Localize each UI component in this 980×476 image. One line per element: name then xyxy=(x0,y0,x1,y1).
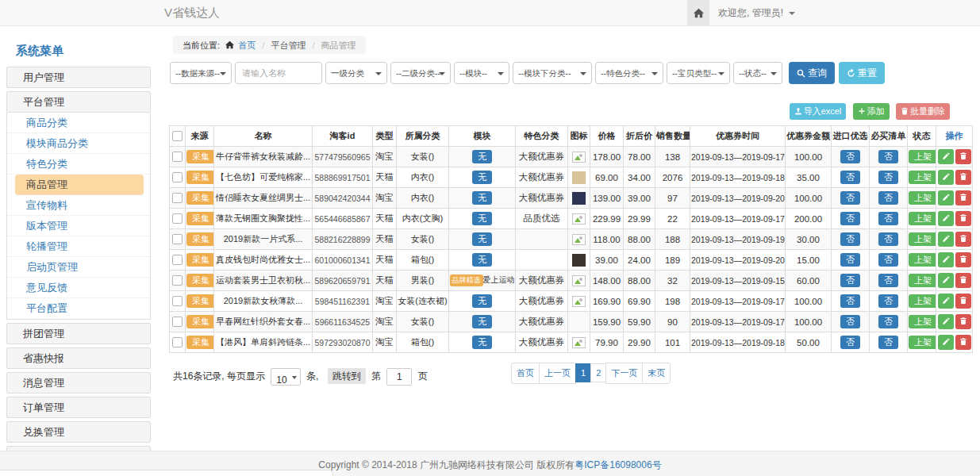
batch-delete-button[interactable]: 批量删除 xyxy=(896,103,950,120)
delete-button[interactable] xyxy=(955,314,971,329)
sidebar-subitem[interactable]: 版本管理 xyxy=(7,216,150,236)
must-buy-toggle[interactable]: 否 xyxy=(878,294,898,308)
platform-type: 天猫 xyxy=(373,209,397,229)
must-buy-toggle[interactable]: 否 xyxy=(878,191,898,205)
page-number-input[interactable] xyxy=(386,368,412,386)
imported-toggle[interactable]: 否 xyxy=(840,191,860,205)
delete-button[interactable] xyxy=(955,273,971,288)
row-checkbox[interactable] xyxy=(172,275,183,286)
page-button-末页[interactable]: 末页 xyxy=(642,363,671,384)
reset-button[interactable]: 重置 xyxy=(839,62,885,84)
status-select[interactable]: --状态-- xyxy=(733,62,782,84)
delete-button[interactable] xyxy=(955,211,971,226)
sidebar-subitem[interactable]: 意见反馈 xyxy=(7,278,150,298)
row-checkbox[interactable] xyxy=(172,152,183,162)
imported-toggle[interactable]: 否 xyxy=(840,232,860,246)
delete-button[interactable] xyxy=(955,335,971,350)
row-checkbox[interactable] xyxy=(172,234,183,244)
row-checkbox[interactable] xyxy=(172,296,183,306)
data-source-select[interactable]: --数据来源-- xyxy=(170,62,232,84)
imported-toggle[interactable]: 否 xyxy=(840,294,860,308)
imported-toggle[interactable]: 否 xyxy=(840,212,860,225)
imported-toggle[interactable]: 否 xyxy=(840,171,860,184)
edit-button[interactable] xyxy=(938,149,954,164)
module-select[interactable]: --模块-- xyxy=(454,62,509,84)
row-checkbox[interactable] xyxy=(172,255,183,265)
coupon-amount: 35.00 xyxy=(786,167,832,188)
sidebar-item-0[interactable]: 用户管理 xyxy=(6,67,151,88)
delete-button[interactable] xyxy=(955,149,971,164)
icp-link[interactable]: 粤ICP备16098006号 xyxy=(575,459,661,470)
edit-button[interactable] xyxy=(938,335,954,350)
edit-button[interactable] xyxy=(938,190,954,205)
edit-button[interactable] xyxy=(938,232,954,247)
page-button-下一页[interactable]: 下一页 xyxy=(605,363,643,384)
imported-toggle[interactable]: 否 xyxy=(840,336,860,349)
sidebar-subitem[interactable]: 启动页管理 xyxy=(7,257,150,278)
per-page-select[interactable]: 10 xyxy=(271,368,300,386)
row-checkbox[interactable] xyxy=(172,193,183,203)
search-button[interactable]: 查询 xyxy=(789,62,835,84)
sidebar-subitem[interactable]: 轮播管理 xyxy=(7,236,150,257)
edit-button[interactable] xyxy=(938,170,954,185)
delete-button[interactable] xyxy=(955,190,971,205)
imported-toggle[interactable]: 否 xyxy=(840,274,860,287)
level2-category-select[interactable]: --二级分类-- xyxy=(390,62,451,84)
must-buy-toggle[interactable]: 否 xyxy=(878,150,898,163)
status-badge: 上架 xyxy=(909,253,936,267)
must-buy-toggle[interactable]: 否 xyxy=(878,212,898,225)
row-checkbox[interactable] xyxy=(172,337,183,347)
imported-toggle[interactable]: 否 xyxy=(840,150,860,163)
sidebar-subitem[interactable]: 商品分类 xyxy=(7,113,150,133)
must-buy-toggle[interactable]: 否 xyxy=(878,336,898,349)
row-checkbox[interactable] xyxy=(172,213,183,224)
must-buy-toggle[interactable]: 否 xyxy=(878,274,898,287)
user-menu[interactable]: 欢迎您, 管理员! xyxy=(718,0,795,25)
import-excel-button[interactable]: 导入excel xyxy=(790,103,847,120)
edit-button[interactable] xyxy=(938,294,954,309)
name-input[interactable] xyxy=(235,62,322,84)
sidebar-subitem[interactable]: 平台配置 xyxy=(7,298,150,319)
sidebar-item-2[interactable]: 拼团管理 xyxy=(6,323,151,344)
select-all-checkbox[interactable] xyxy=(172,131,183,141)
must-buy-toggle[interactable]: 否 xyxy=(878,171,898,184)
item-type-select[interactable]: --宝贝类型-- xyxy=(667,62,730,84)
sidebar-item-4[interactable]: 消息管理 xyxy=(6,372,151,393)
sidebar-item-5[interactable]: 订单管理 xyxy=(6,397,151,418)
page-button-上一页[interactable]: 上一页 xyxy=(539,363,576,384)
delete-button[interactable] xyxy=(955,170,971,185)
sidebar-subitem[interactable]: 商品管理 xyxy=(15,175,144,195)
sidebar-subitem[interactable]: 模块商品分类 xyxy=(7,133,150,154)
delete-button[interactable] xyxy=(955,252,971,267)
sidebar-item-1[interactable]: 平台管理 xyxy=(6,91,151,113)
page-button-首页[interactable]: 首页 xyxy=(511,363,540,384)
row-checkbox[interactable] xyxy=(172,172,183,182)
jump-button[interactable]: 跳转到 xyxy=(328,368,366,384)
breadcrumb-home-link[interactable]: 首页 xyxy=(238,40,256,50)
sidebar-item-3[interactable]: 省惠快报 xyxy=(6,347,151,369)
row-checkbox[interactable] xyxy=(172,317,183,327)
delete-button[interactable] xyxy=(955,294,971,309)
edit-button[interactable] xyxy=(938,211,954,226)
sidebar-item-6[interactable]: 兑换管理 xyxy=(6,421,151,443)
sidebar-subitem[interactable]: 特色分类 xyxy=(7,154,150,175)
sidebar-group: 用户管理 xyxy=(6,67,151,88)
delete-button[interactable] xyxy=(955,232,971,247)
category: 女装(连衣裙) xyxy=(397,291,449,312)
module-subcategory-select[interactable]: --模块下分类-- xyxy=(513,62,592,84)
home-button[interactable] xyxy=(687,0,709,25)
page-button-2[interactable]: 2 xyxy=(590,363,606,382)
edit-button[interactable] xyxy=(938,314,954,329)
must-buy-toggle[interactable]: 否 xyxy=(878,232,898,246)
imported-toggle[interactable]: 否 xyxy=(840,253,860,267)
sidebar-subitem[interactable]: 宣传物料 xyxy=(7,195,150,216)
edit-button[interactable] xyxy=(938,252,954,267)
must-buy-toggle[interactable]: 否 xyxy=(878,315,898,328)
feature-category-select[interactable]: --特色分类-- xyxy=(595,62,663,84)
level1-category-select[interactable]: 一级分类 xyxy=(325,62,387,84)
add-button[interactable]: 添加 xyxy=(853,103,890,120)
edit-button[interactable] xyxy=(938,273,954,288)
must-buy-toggle[interactable]: 否 xyxy=(878,253,898,267)
imported-toggle[interactable]: 否 xyxy=(840,315,860,328)
page-button-1[interactable]: 1 xyxy=(575,363,591,382)
